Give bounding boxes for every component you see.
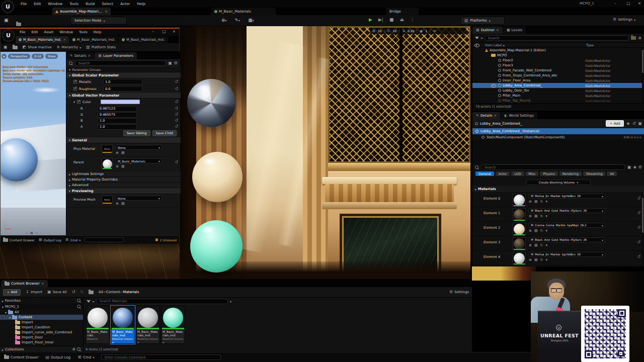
show-inactive-toggle[interactable]: ◩ Show Inactive xyxy=(23,45,52,49)
tab-details[interactable]: ✎ Details × xyxy=(472,112,500,119)
mesh-grid-icon[interactable]: ▦ xyxy=(30,231,33,234)
reset-param-icon[interactable]: ↺ xyxy=(175,80,178,84)
outliner-row[interactable]: Front_Facade_Wall_Combined StaticMeshAct… xyxy=(472,68,642,73)
reset-property-icon[interactable]: ↺ xyxy=(637,237,640,244)
filter-chip[interactable]: Misc xyxy=(526,171,539,176)
prev-mesh-icon[interactable]: ◃ xyxy=(26,231,27,234)
outliner-row[interactable]: MCPO xyxy=(472,53,642,58)
outliner-row[interactable]: Front_Steps_Combined_Area_abc StaticMesh… xyxy=(472,73,642,78)
menu-item[interactable]: Tools xyxy=(66,2,82,6)
menu-item[interactable]: File xyxy=(17,30,28,34)
close-button[interactable]: × xyxy=(171,29,178,34)
menu-item[interactable]: Window xyxy=(56,30,76,34)
breadcrumb-item[interactable]: All xyxy=(99,290,103,294)
use-selected-icon[interactable]: ⊕ xyxy=(529,243,532,247)
lock-icon[interactable]: ▣ xyxy=(638,122,642,126)
platform-stats-button[interactable]: ▥ Platform Stats xyxy=(86,45,116,49)
content-drawer-button[interactable]: Content Drawer xyxy=(4,355,39,359)
expand-icon[interactable]: ▾ xyxy=(73,100,75,104)
vector-group-header[interactable]: ▾Global Vector Parameter xyxy=(66,93,181,99)
camera-speed-icon[interactable]: ◉ xyxy=(420,29,423,33)
tree-folder[interactable]: Import xyxy=(0,320,83,325)
lit-pill[interactable]: ◔Lit xyxy=(32,54,44,59)
parent-thumbnail[interactable] xyxy=(102,158,113,169)
tree-folder[interactable]: Import_curve_side_Combined xyxy=(0,330,83,335)
phys-material-dropdown[interactable]: None▾ xyxy=(116,145,162,150)
outliner-row[interactable]: Pillar_Top_Round StaticMeshActor xyxy=(472,98,642,103)
param-checkbox[interactable] xyxy=(73,87,77,90)
history-back-icon[interactable]: ↺ xyxy=(72,290,75,294)
convert-icon[interactable]: ↻ xyxy=(540,258,543,262)
material-preview-viewport[interactable]: ≡ Perspective ◔Lit Show Base pass shader… xyxy=(1,52,66,235)
float-titlebar[interactable]: U FileEditAssetWindowToolsHelp – □ × xyxy=(1,29,179,36)
tree-item-all[interactable]: ▾ All xyxy=(0,310,83,315)
next-mesh-icon[interactable]: ▹ xyxy=(36,231,38,234)
reset-icon[interactable]: ↺ xyxy=(632,122,636,126)
outliner-row[interactable]: Lobby_Door_fbx StaticMeshActor xyxy=(472,88,642,93)
console-input[interactable] xyxy=(85,237,124,242)
reset-param-icon[interactable]: ↺ xyxy=(175,119,178,123)
preview-sphere-chrome[interactable] xyxy=(187,79,235,127)
previewing-header[interactable]: ▾Previewing xyxy=(66,188,181,194)
collapsed-section-header[interactable]: ▸Material Property Overrides xyxy=(66,177,181,183)
import-button[interactable]: ↧Import xyxy=(26,290,42,294)
search-icon[interactable] xyxy=(77,347,81,351)
close-button[interactable]: × xyxy=(636,1,643,6)
close-tab-icon[interactable]: × xyxy=(494,114,497,118)
collapsed-section-header[interactable]: ▸Lightmass Settings xyxy=(66,171,181,177)
param-checkbox[interactable] xyxy=(77,100,80,104)
hierarchy-dropdown[interactable]: ⋔ Hierarchy▾ xyxy=(57,45,82,49)
use-selected-icon[interactable]: ⊕ xyxy=(529,214,532,218)
menu-item[interactable]: Select xyxy=(98,2,117,6)
type-column[interactable]: Type xyxy=(586,43,642,47)
more-options-icon[interactable]: ▾ xyxy=(545,214,547,218)
menu-item[interactable]: Edit xyxy=(30,2,44,6)
add-asset-button[interactable]: ＋ Add xyxy=(3,289,21,296)
display-options-icon[interactable]: ▣ xyxy=(627,165,631,169)
reset-param-icon[interactable]: ↺ xyxy=(175,113,178,117)
filter-chip[interactable]: Actor xyxy=(496,171,510,176)
more-options-icon[interactable]: ▾ xyxy=(545,243,547,247)
unsaved-indicator[interactable]: ▣ 2 Unsaved xyxy=(155,238,177,242)
snap-scale-value[interactable]: 0.25 xyxy=(408,29,414,33)
filter-icon[interactable] xyxy=(87,300,91,303)
snap-move-value[interactable]: 10 xyxy=(378,29,382,33)
channel-value-input[interactable]: 1.0 xyxy=(98,118,137,124)
filter-chip[interactable]: All xyxy=(607,171,617,176)
parameter-groups-header[interactable]: ▾Parameter Groups xyxy=(66,67,181,72)
menu-item[interactable]: Help xyxy=(133,2,149,6)
channel-value-input[interactable]: 1.0 xyxy=(98,124,137,130)
filter-icon[interactable] xyxy=(475,37,479,39)
maximize-button[interactable]: □ xyxy=(160,29,168,34)
material-dropdown[interactable]: M_Black_And_Gold_Marble_tfjybcrs_2K▾ xyxy=(529,208,605,213)
reset-property-icon[interactable]: ↺ xyxy=(637,252,640,259)
use-selected-icon[interactable]: ⊕ xyxy=(116,151,119,155)
browse-to-icon[interactable]: ▤ xyxy=(121,202,125,206)
breadcrumb-item[interactable]: Materials xyxy=(123,290,139,294)
snap-scale-icon[interactable]: ⇲ xyxy=(402,29,405,33)
history-forward-icon[interactable]: ↻ xyxy=(80,290,84,294)
channel-value-input[interactable]: 0.465575 xyxy=(98,112,137,118)
snap-move-icon[interactable]: ⊞ xyxy=(372,29,375,33)
filter-chip[interactable]: Streaming xyxy=(583,171,606,176)
asset-tab[interactable]: M_Basic_Materials_Inst. × xyxy=(16,36,69,43)
reset-property-icon[interactable]: ↺ xyxy=(637,208,640,215)
outliner-scrollbar[interactable] xyxy=(642,48,643,103)
outliner-row[interactable]: Lobby_Area_Combined_ StaticMeshActor xyxy=(472,83,642,88)
reset-param-icon[interactable]: ↺ xyxy=(175,87,178,91)
more-options-icon[interactable]: ▾ xyxy=(545,229,547,233)
tab-levels[interactable]: ▦ Levels xyxy=(503,27,526,34)
snap-rotate-icon[interactable]: ↻ xyxy=(387,29,390,33)
parent-dropdown[interactable]: M_Basic_Materials▾ xyxy=(116,158,162,163)
component-child-row[interactable]: StaticMeshComponent (StaticMeshComponent… xyxy=(472,134,644,140)
favorites-section[interactable]: ▸Favorites xyxy=(0,298,83,304)
reset-param-icon[interactable]: ↺ xyxy=(175,100,178,104)
reset-property-icon[interactable]: ↺ xyxy=(637,194,640,201)
menu-item[interactable]: Edit xyxy=(28,30,41,34)
asset-tab[interactable]: M_Basic_Materials_Inst. × xyxy=(119,36,168,43)
scalar-group-header[interactable]: ▾Global Scalar Parameter xyxy=(66,72,181,78)
component-root-row[interactable]: Lobby_Area_Combined_ (Instance) xyxy=(472,128,644,134)
material-dropdown[interactable]: M_Melisa_Jin_Marble_tgxhbBcv_2K▾ xyxy=(529,194,605,199)
material-thumbnail[interactable] xyxy=(513,208,526,221)
tab-assemble-map[interactable]: Assemble_Map-Materi... × xyxy=(52,8,111,15)
